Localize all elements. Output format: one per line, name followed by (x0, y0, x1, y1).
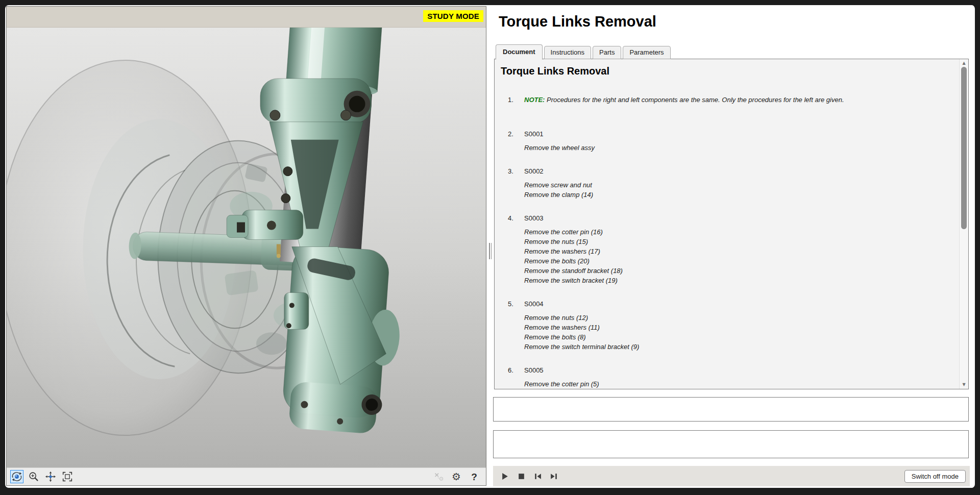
viewport-toolbar: ⚙ ? (7, 467, 486, 485)
task-code: S0001 (524, 130, 954, 138)
fit-view-icon[interactable] (61, 470, 74, 483)
landing-gear-3d-scene (7, 28, 486, 468)
step-line: Remove the bolts (20) (524, 256, 954, 266)
step-line: Remove the bolts (8) (524, 332, 954, 342)
step-line: Remove the standoff bracket (18) (524, 266, 954, 276)
zoom-in-icon[interactable] (27, 470, 40, 483)
viewport-utility-tools: ⚙ ? (432, 470, 481, 483)
note-text: Procedures for the right and left compon… (547, 96, 844, 104)
page-title: Torque Links Removal (499, 13, 656, 30)
step-line: Remove the switch terminal bracket (9) (524, 342, 954, 352)
step-line: Remove the cotter pin (5) (524, 379, 954, 389)
scroll-up-icon[interactable]: ▲ (960, 60, 968, 67)
step-line: Remove the washers (11) (524, 323, 954, 332)
navigation-tools (10, 470, 74, 483)
tab-instructions[interactable]: Instructions (544, 46, 591, 59)
note-label: NOTE: (524, 96, 545, 104)
step-line: Remove the wheel assy (524, 143, 954, 153)
reset-transform-icon (432, 470, 445, 483)
document-content: Torque Links Removal 1. NOTE: Procedures… (495, 59, 960, 389)
step-line: Remove the clamp (14) (524, 190, 954, 200)
help-icon[interactable]: ? (468, 470, 481, 483)
stop-button[interactable] (516, 471, 527, 482)
tab-strip: Document Instructions Parts Parameters (496, 44, 672, 59)
task-code: S0002 (524, 167, 954, 176)
task-code: S0005 (524, 366, 954, 375)
procedure-item-3: 3. S0002 Remove screw and nut Remove the… (508, 167, 954, 200)
pan-icon[interactable] (44, 470, 57, 483)
study-mode-badge: STUDY MODE (423, 10, 483, 22)
step-line: Remove the switch bracket (19) (524, 276, 954, 285)
switch-off-mode-button[interactable]: Switch off mode (904, 470, 966, 483)
step-line: Remove the nuts (15) (524, 237, 954, 246)
item-number: 4. (508, 214, 517, 285)
step-line: Remove screw and nut (524, 180, 954, 190)
step-line: Remove the washers (17) (524, 246, 954, 256)
message-box-1[interactable] (493, 397, 969, 422)
tab-document[interactable]: Document (496, 44, 543, 60)
app-window: STUDY MODE (5, 5, 975, 488)
task-code: S0004 (524, 300, 954, 308)
task-code: S0003 (524, 214, 954, 222)
orbit-icon[interactable] (10, 470, 23, 483)
tab-parameters[interactable]: Parameters (623, 46, 670, 59)
viewport-header: STUDY MODE (7, 7, 486, 28)
settings-icon[interactable]: ⚙ (450, 470, 463, 483)
document-pane[interactable]: Torque Links Removal 1. NOTE: Procedures… (494, 59, 969, 389)
scroll-down-icon[interactable]: ▼ (960, 381, 968, 388)
skip-to-end-button[interactable] (548, 471, 559, 482)
skip-to-start-button[interactable] (532, 471, 543, 482)
3d-viewport[interactable]: STUDY MODE (6, 6, 486, 486)
item-number: 3. (508, 167, 517, 200)
message-box-2[interactable] (493, 430, 969, 458)
procedure-panel: Torque Links Removal Document Instructio… (492, 5, 974, 488)
procedure-item-4: 4. S0003 Remove the cotter pin (16) Remo… (508, 214, 954, 285)
playback-toolbar: Switch off mode (493, 466, 970, 486)
item-number: 5. (508, 300, 517, 352)
scrollbar-thumb[interactable] (961, 67, 967, 229)
step-line: Remove the cotter pin (16) (524, 227, 954, 237)
play-button[interactable] (499, 471, 510, 482)
procedure-item-6: 6. S0005 Remove the cotter pin (5) Remov… (508, 366, 954, 389)
document-scrollbar[interactable]: ▲ ▼ (959, 59, 968, 389)
item-number: 1. (508, 95, 517, 104)
procedure-item-5: 5. S0004 Remove the nuts (12) Remove the… (508, 300, 954, 352)
item-number: 6. (508, 366, 517, 389)
procedure-item-1: 1. NOTE: Procedures for the right and le… (508, 95, 954, 104)
note-line: NOTE: Procedures for the right and left … (524, 95, 954, 104)
document-heading: Torque Links Removal (501, 65, 954, 77)
procedure-item-2: 2. S0001 Remove the wheel assy (508, 130, 954, 153)
step-line: Remove the nuts (12) (524, 313, 954, 323)
viewport-canvas[interactable] (7, 28, 486, 468)
item-number: 2. (508, 130, 517, 153)
tab-parts[interactable]: Parts (593, 46, 621, 59)
